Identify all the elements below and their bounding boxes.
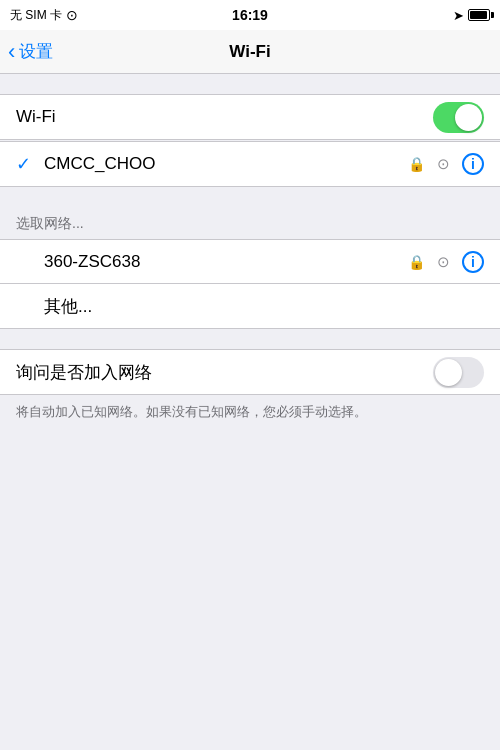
wifi-icon-0: ⊙: [437, 253, 450, 271]
ask-join-toggle[interactable]: [433, 357, 484, 388]
network-row-0[interactable]: 360-ZSC638 🔒 ⊙ i: [0, 240, 500, 284]
back-button[interactable]: ‹ 设置: [8, 40, 53, 63]
network-name-0: 360-ZSC638: [44, 252, 408, 272]
lock-icon: 🔒: [408, 156, 425, 172]
gap-1: [0, 74, 500, 94]
page-title: Wi-Fi: [229, 42, 270, 62]
wifi-toggle-section: Wi-Fi: [0, 94, 500, 140]
status-wifi-icon: ⊙: [66, 7, 78, 23]
available-networks-header: 选取网络...: [0, 207, 500, 239]
ask-join-row: 询问是否加入网络: [0, 350, 500, 394]
ask-join-toggle-knob: [435, 359, 462, 386]
back-chevron-icon: ‹: [8, 41, 15, 63]
no-sim-label: 无 SIM 卡: [10, 7, 62, 24]
available-networks-section: 360-ZSC638 🔒 ⊙ i 其他...: [0, 239, 500, 329]
ask-join-section: 询问是否加入网络: [0, 349, 500, 395]
network-name-other: 其他...: [44, 295, 484, 318]
content: Wi-Fi ✓ CMCC_CHOO 🔒 ⊙ i 选取网络... 360-ZSC6…: [0, 74, 500, 429]
status-right: ➤: [453, 8, 490, 23]
wifi-toggle[interactable]: [433, 102, 484, 133]
connected-network-name: CMCC_CHOO: [44, 154, 408, 174]
info-button[interactable]: i: [462, 153, 484, 175]
status-left: 无 SIM 卡 ⊙: [10, 7, 78, 24]
wifi-signal-icon: ⊙: [437, 155, 450, 173]
connected-network-icons: 🔒 ⊙ i: [408, 153, 484, 175]
footer-text: 将自动加入已知网络。如果没有已知网络，您必须手动选择。: [0, 395, 500, 429]
location-icon: ➤: [453, 8, 464, 23]
connected-network-row[interactable]: ✓ CMCC_CHOO 🔒 ⊙ i: [0, 142, 500, 186]
ask-join-label: 询问是否加入网络: [16, 361, 433, 384]
network-icons-0: 🔒 ⊙ i: [408, 251, 484, 273]
network-row-other[interactable]: 其他...: [0, 284, 500, 328]
status-time: 16:19: [232, 7, 268, 23]
gap-3: [0, 187, 500, 207]
gap-4: [0, 329, 500, 349]
status-bar: 无 SIM 卡 ⊙ 16:19 ➤: [0, 0, 500, 30]
info-button-0[interactable]: i: [462, 251, 484, 273]
wifi-label: Wi-Fi: [16, 107, 433, 127]
lock-icon-0: 🔒: [408, 254, 425, 270]
battery-icon: [468, 9, 490, 21]
back-label: 设置: [19, 40, 53, 63]
connected-network-section: ✓ CMCC_CHOO 🔒 ⊙ i: [0, 141, 500, 187]
nav-bar: ‹ 设置 Wi-Fi: [0, 30, 500, 74]
checkmark-icon: ✓: [16, 153, 36, 175]
wifi-toggle-row: Wi-Fi: [0, 95, 500, 139]
toggle-knob: [455, 104, 482, 131]
